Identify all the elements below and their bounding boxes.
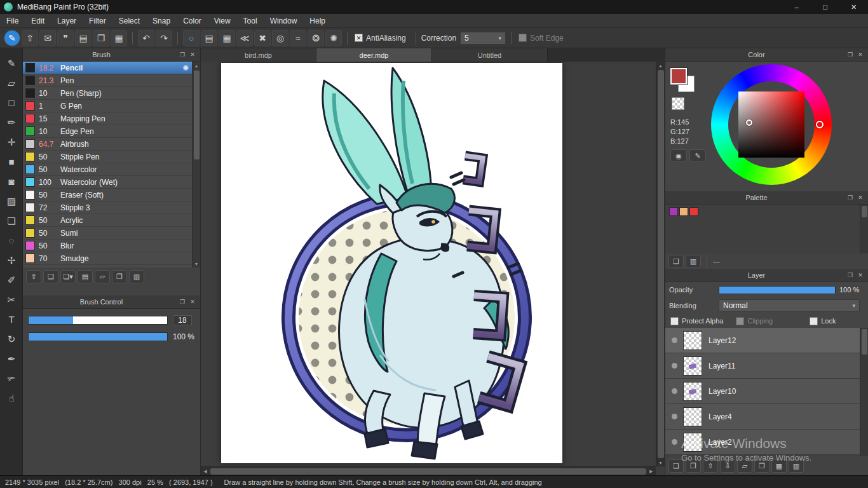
menu-item[interactable]: Layer [51, 17, 83, 25]
pen-settings-icon[interactable]: ✎ [4, 30, 20, 46]
snap-off-icon[interactable]: ○ [183, 30, 200, 46]
popout-icon[interactable]: ❐ [845, 194, 855, 201]
palette-swatch[interactable] [689, 207, 698, 216]
canvas-sheet[interactable] [221, 63, 562, 463]
brush-item[interactable]: 72 Stipple 3 ✺ [23, 201, 193, 214]
menu-item[interactable]: View [208, 17, 237, 25]
brush-item[interactable]: 50 Blur ✺ [23, 240, 193, 252]
layer-thumbnail[interactable] [683, 407, 702, 426]
snap-parallel-icon[interactable]: ▤ [201, 30, 217, 46]
merge-layer-icon[interactable]: ▦ [771, 459, 787, 473]
brush-item[interactable]: 50 Sumi ✺ [23, 227, 193, 240]
soft-edge-checkbox[interactable] [519, 34, 527, 42]
duplicate-brush-icon[interactable]: ❐ [112, 270, 127, 283]
scroll-up-icon[interactable]: ▲ [656, 62, 665, 69]
color-wheel-button[interactable]: ◉ [670, 149, 687, 162]
canvas-artwork[interactable] [221, 63, 562, 463]
popout-icon[interactable]: ❐ [845, 51, 855, 58]
snap-cross-icon[interactable]: ✖ [254, 30, 271, 46]
comment-icon[interactable]: ✉ [39, 30, 56, 46]
blending-dropdown[interactable]: Normal ▾ [719, 299, 860, 312]
layer-item[interactable]: Layer2 [665, 430, 860, 455]
add-layer-icon[interactable]: ❏ [668, 459, 684, 473]
layer-opacity-slider[interactable] [719, 286, 836, 294]
layer-visibility-dot[interactable] [672, 337, 677, 343]
scroll-right-icon[interactable]: ▶ [647, 468, 656, 475]
transparent-color-swatch[interactable] [672, 97, 684, 110]
maximize-button[interactable]: □ [811, 0, 839, 14]
menu-item[interactable]: Filter [83, 17, 112, 25]
brush-folder-icon[interactable]: ▱ [95, 270, 110, 283]
eyedropper-tool[interactable]: ✒ [0, 349, 23, 369]
layer-folder-icon[interactable]: ▱ [737, 459, 752, 473]
magic-wand-tool[interactable]: ✢ [0, 250, 23, 270]
layer-item[interactable]: Layer11 [665, 353, 860, 379]
saturation-value-square[interactable] [738, 92, 804, 158]
operation-tool[interactable]: ↻ [0, 329, 23, 349]
snap-radial-icon[interactable]: ◎ [272, 30, 288, 46]
add-brush-icon[interactable]: ❏ [43, 270, 58, 283]
scrollbar-thumb[interactable] [862, 206, 867, 217]
popout-icon[interactable]: ❐ [177, 299, 187, 305]
document-tab[interactable]: Untitled [432, 48, 548, 62]
layer-visibility-dot[interactable] [672, 414, 677, 419]
close-button[interactable]: ✕ [839, 0, 868, 14]
palette-swatch[interactable] [669, 207, 678, 216]
brush-list-scrollbar[interactable]: ▲ ▼ [192, 62, 200, 268]
layer-list-scrollbar[interactable] [860, 328, 868, 456]
layer-visibility-dot[interactable] [672, 388, 677, 394]
antialiasing-checkbox[interactable]: ✕ [355, 34, 363, 42]
select-pen-tool[interactable]: ✐ [0, 270, 23, 290]
dot-tool[interactable]: ✏ [0, 112, 23, 132]
layer-item[interactable]: Layer12 [665, 328, 860, 353]
delete-color-icon[interactable]: ▥ [686, 255, 701, 268]
layer-thumbnail[interactable] [683, 433, 702, 452]
clipping-checkbox[interactable] [736, 317, 744, 325]
close-icon[interactable]: ✕ [855, 194, 865, 201]
menu-item[interactable]: File [0, 17, 25, 25]
scrollbar-thumb[interactable] [210, 468, 646, 475]
protect-alpha-checkbox[interactable] [670, 317, 679, 325]
figure-brush-tool[interactable]: □ [0, 93, 23, 112]
move-layer-down-icon[interactable]: ⇩ [720, 459, 735, 473]
brush-item[interactable]: 50 Acrylic ✺ [23, 214, 193, 227]
lasso-tool[interactable]: ◌ [0, 231, 23, 250]
foreground-color-swatch[interactable] [670, 68, 687, 85]
brush-settings-icon[interactable]: ✺ [182, 64, 189, 72]
layer-visibility-dot[interactable] [672, 439, 677, 445]
layer-thumbnail[interactable] [683, 331, 702, 350]
snap-vanishing-icon[interactable]: ≪ [236, 30, 253, 46]
brush-item[interactable]: 15 Mapping Pen ✺ [23, 112, 193, 125]
close-icon[interactable]: ✕ [855, 272, 865, 278]
move-layer-up-icon[interactable]: ⇧ [703, 459, 718, 473]
eraser-tool[interactable]: ▱ [0, 73, 23, 93]
brush-size-slider[interactable] [28, 316, 168, 325]
canvas-horizontal-scrollbar[interactable]: ◀ ▶ [201, 466, 656, 475]
popout-icon[interactable]: ❐ [845, 272, 855, 278]
settings-icon[interactable]: ✺ [325, 30, 342, 46]
close-icon[interactable]: ✕ [187, 299, 198, 305]
palette-scrollbar[interactable] [860, 205, 868, 254]
color-palette-button[interactable]: ✎ [689, 149, 706, 162]
menu-item[interactable]: Snap [146, 17, 177, 25]
brush-item[interactable]: 1 G Pen ✺ [23, 100, 193, 112]
hand-tool[interactable]: ☝ [0, 388, 23, 408]
snap-grid-icon[interactable]: ▦ [219, 30, 235, 46]
minimize-button[interactable]: – [782, 0, 811, 14]
brush-opacity-slider[interactable] [28, 332, 168, 341]
bucket-tool[interactable]: ◙ [0, 172, 23, 191]
fill-tool[interactable]: ■ [0, 152, 23, 172]
document-tab[interactable]: deer.mdp [316, 48, 432, 62]
layer-thumbnail[interactable] [683, 382, 702, 401]
layer-thumbnail[interactable] [683, 356, 702, 376]
panel-layout-icon[interactable]: ▦ [111, 30, 127, 46]
snap-curve-icon[interactable]: ≈ [290, 30, 306, 46]
sv-marker[interactable] [746, 119, 752, 126]
brush-item[interactable]: 50 Stipple Pen ✺ [23, 151, 193, 163]
hue-ring-marker[interactable] [816, 121, 824, 128]
layer-visibility-dot[interactable] [672, 363, 677, 369]
chat-icon[interactable]: ❞ [57, 30, 74, 46]
canvas-viewport[interactable] [201, 62, 656, 466]
brush-item[interactable]: 50 Eraser (Soft) ✺ [23, 189, 193, 201]
popout-icon[interactable]: ❐ [177, 51, 187, 58]
